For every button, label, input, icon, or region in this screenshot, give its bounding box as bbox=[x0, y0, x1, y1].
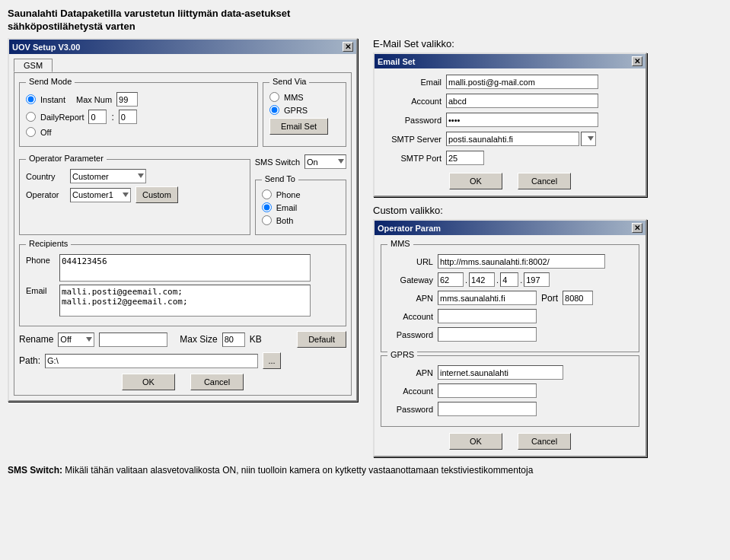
password-input[interactable] bbox=[446, 113, 598, 127]
gprs-password-input[interactable] bbox=[438, 402, 537, 416]
page-title-line1: Saunalahti Datapaketilla varustetun liit… bbox=[8, 8, 722, 19]
operator-label: Operator bbox=[26, 190, 65, 199]
both-label: Both bbox=[276, 216, 294, 225]
browse-button[interactable]: ... bbox=[263, 352, 281, 369]
email-send-radio[interactable] bbox=[262, 202, 272, 212]
daily-val1-input[interactable] bbox=[88, 110, 107, 124]
password-label: Password bbox=[381, 116, 442, 125]
gw-sep3: . bbox=[520, 275, 522, 285]
uov-cancel-button[interactable]: Cancel bbox=[190, 374, 244, 390]
kb-label: KB bbox=[250, 334, 262, 345]
gw1-input[interactable] bbox=[438, 272, 464, 287]
max-num-input[interactable] bbox=[116, 92, 138, 107]
daily-report-radio[interactable] bbox=[26, 112, 36, 122]
rec-email-label: Email bbox=[26, 285, 55, 295]
gprs-label: GPRS bbox=[284, 106, 308, 115]
gw3-input[interactable] bbox=[500, 272, 518, 287]
instant-radio[interactable] bbox=[26, 94, 36, 104]
operator-param-group: Operator Parameter Country Customer Oper… bbox=[19, 159, 250, 235]
port-input[interactable] bbox=[563, 291, 593, 305]
mms-radio[interactable] bbox=[269, 92, 279, 102]
right-column: E-Mail Set valikko: Email Set ✕ Email Ac… bbox=[373, 38, 647, 457]
phone-send-label: Phone bbox=[276, 190, 301, 199]
gw2-input[interactable] bbox=[469, 272, 495, 287]
max-size-label: Max Size bbox=[180, 334, 217, 345]
mms-password-label: Password bbox=[387, 330, 433, 339]
uov-title: UOV Setup V3.00 bbox=[12, 43, 80, 52]
smtp-server-dropdown[interactable] bbox=[581, 132, 596, 146]
uov-ok-button[interactable]: OK bbox=[122, 374, 175, 390]
op-ok-button[interactable]: OK bbox=[449, 433, 502, 450]
email-value-input[interactable] bbox=[446, 75, 598, 89]
mms-legend: MMS bbox=[387, 239, 413, 248]
gprs-apn-input[interactable] bbox=[438, 365, 563, 380]
daily-report-label: DailyReport bbox=[40, 113, 84, 122]
instant-label: Instant bbox=[40, 95, 65, 104]
mms-label: MMS bbox=[284, 93, 304, 102]
send-to-group: Send To Phone Email bbox=[255, 180, 346, 235]
smtp-server-input[interactable] bbox=[446, 132, 579, 146]
max-size-input[interactable] bbox=[222, 332, 245, 347]
custom-button[interactable]: Custom bbox=[135, 186, 178, 203]
custom-valikko-title: Custom valikko: bbox=[373, 205, 647, 216]
phone-radio[interactable] bbox=[262, 189, 272, 199]
sms-switch-select[interactable]: On Off bbox=[304, 154, 346, 169]
op-cancel-button[interactable]: Cancel bbox=[518, 433, 571, 450]
rename-text-input[interactable] bbox=[99, 332, 167, 347]
off-label: Off bbox=[40, 128, 51, 137]
operator-select[interactable]: Customer1 bbox=[70, 188, 131, 202]
gprs-apn-label: APN bbox=[387, 368, 433, 377]
email-label: Email bbox=[381, 78, 442, 87]
gprs-fieldset: GPRS APN Account Password bbox=[381, 355, 639, 427]
operator-legend: Operator Parameter bbox=[26, 154, 107, 163]
page-title-line2: sähköpostilähetystä varten bbox=[8, 21, 722, 32]
operator-param-titlebar: Operator Param ✕ bbox=[375, 221, 646, 235]
smtp-server-label: SMTP Server bbox=[381, 135, 442, 144]
url-input[interactable] bbox=[438, 254, 605, 269]
both-radio[interactable] bbox=[262, 215, 272, 225]
email-set-cancel-button[interactable]: Cancel bbox=[518, 173, 571, 189]
mms-password-input[interactable] bbox=[438, 327, 537, 342]
email-set-ok-button[interactable]: OK bbox=[449, 173, 502, 189]
daily-colon: : bbox=[111, 112, 113, 123]
tab-gsm[interactable]: GSM bbox=[14, 59, 53, 72]
gw-sep2: . bbox=[496, 275, 499, 285]
daily-val2-input[interactable] bbox=[119, 110, 137, 124]
gprs-account-input[interactable] bbox=[438, 383, 537, 398]
operator-param-title: Operator Param bbox=[378, 224, 441, 233]
country-select[interactable]: Customer bbox=[70, 169, 146, 183]
mms-account-input[interactable] bbox=[438, 309, 537, 323]
rename-select[interactable]: Off On bbox=[58, 332, 94, 347]
smtp-port-input[interactable] bbox=[446, 151, 484, 165]
operator-param-dialog: Operator Param ✕ MMS URL Gatewa bbox=[373, 219, 647, 457]
account-input[interactable] bbox=[446, 94, 598, 108]
email-textarea[interactable]: malli.posti@geemail.com; malli.posti2@ge… bbox=[59, 285, 311, 317]
country-label: Country bbox=[26, 172, 65, 181]
email-set-close-button[interactable]: ✕ bbox=[632, 56, 642, 66]
mms-fieldset: MMS URL Gateway . bbox=[381, 244, 639, 352]
tab-row: GSM bbox=[14, 59, 352, 72]
account-label: Account bbox=[381, 97, 442, 106]
send-to-legend: Send To bbox=[262, 174, 298, 183]
phone-input[interactable]: 044123456 bbox=[59, 254, 311, 282]
gprs-radio[interactable] bbox=[269, 105, 279, 115]
path-input[interactable] bbox=[45, 354, 258, 368]
max-num-label: Max Num bbox=[76, 95, 112, 104]
uov-dialog: UOV Setup V3.00 ✕ GSM Send Mode Ins bbox=[8, 38, 358, 402]
email-set-titlebar: Email Set ✕ bbox=[375, 54, 646, 68]
uov-close-button[interactable]: ✕ bbox=[343, 42, 353, 52]
sms-switch-bottom-text: Mikäli tähän valitaan alasvetovalikosta … bbox=[62, 465, 533, 476]
email-send-label: Email bbox=[276, 203, 298, 212]
apn-input[interactable] bbox=[438, 291, 537, 305]
default-button[interactable]: Default bbox=[297, 331, 346, 348]
sms-switch-bottom-label: SMS Switch: bbox=[8, 465, 62, 476]
path-label: Path: bbox=[19, 355, 40, 366]
gprs-password-label: Password bbox=[387, 405, 433, 414]
email-set-button[interactable]: Email Set bbox=[269, 118, 328, 135]
operator-param-close-button[interactable]: ✕ bbox=[632, 223, 642, 233]
gw4-input[interactable] bbox=[524, 272, 550, 287]
bottom-text: SMS Switch: Mikäli tähän valitaan alasve… bbox=[8, 465, 722, 476]
off-radio[interactable] bbox=[26, 127, 36, 137]
gw-sep1: . bbox=[465, 275, 467, 285]
uov-titlebar: UOV Setup V3.00 ✕ bbox=[9, 40, 356, 54]
